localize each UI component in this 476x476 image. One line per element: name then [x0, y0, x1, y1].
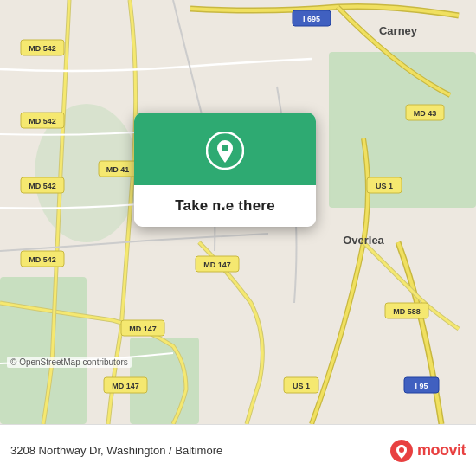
- moovit-text: moovit: [417, 441, 466, 460]
- location-pin-icon: [206, 132, 244, 170]
- svg-text:MD 542: MD 542: [29, 182, 56, 190]
- svg-text:Overlea: Overlea: [343, 234, 384, 247]
- svg-text:MD 542: MD 542: [29, 44, 56, 53]
- popup-tail: [213, 196, 234, 208]
- svg-text:MD 542: MD 542: [29, 255, 56, 264]
- svg-point-35: [222, 145, 228, 151]
- svg-text:MD 588: MD 588: [393, 307, 421, 316]
- svg-text:I 95: I 95: [415, 382, 428, 390]
- svg-text:Carney: Carney: [379, 24, 418, 37]
- osm-credit: © OpenStreetMap contributors: [7, 357, 132, 368]
- svg-text:MD 147: MD 147: [129, 325, 157, 333]
- moovit-icon: [389, 439, 414, 463]
- svg-text:MD 43: MD 43: [414, 109, 437, 118]
- svg-rect-0: [329, 52, 476, 208]
- svg-rect-1: [0, 277, 87, 424]
- bottom-bar: 3208 Northway Dr, Washington / Baltimore…: [0, 424, 476, 476]
- svg-text:US 1: US 1: [293, 382, 310, 390]
- svg-text:I 695: I 695: [303, 15, 320, 23]
- svg-text:MD 41: MD 41: [106, 165, 130, 174]
- svg-text:MD 147: MD 147: [112, 382, 139, 390]
- svg-text:MD 542: MD 542: [29, 117, 56, 125]
- svg-point-37: [399, 447, 404, 453]
- svg-text:US 1: US 1: [376, 182, 393, 190]
- location-popup: Take me there: [134, 113, 316, 227]
- map-container: MD 542 MD 542 MD 542 MD 542 MD 41 MD 43 …: [0, 0, 476, 424]
- address-text: 3208 Northway Dr, Washington / Baltimore: [10, 444, 222, 457]
- moovit-logo: moovit: [389, 439, 466, 463]
- svg-text:MD 147: MD 147: [203, 261, 231, 269]
- popup-header: [134, 113, 316, 185]
